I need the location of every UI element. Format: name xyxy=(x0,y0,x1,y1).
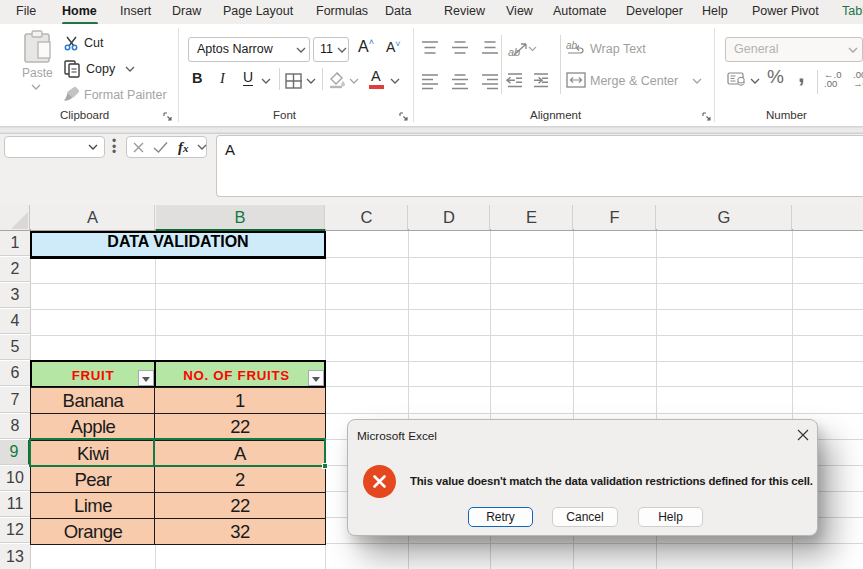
svg-text:ab: ab xyxy=(508,46,520,58)
svg-text:ab: ab xyxy=(566,40,578,51)
